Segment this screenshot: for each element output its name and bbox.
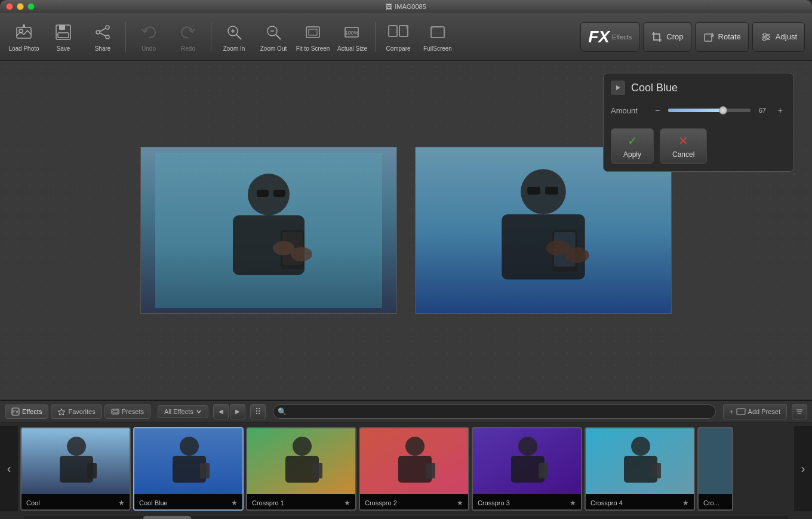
svg-point-32 [762,38,765,41]
grid-view-button[interactable]: ⠿ [250,404,266,419]
svg-line-10 [100,33,106,36]
cancel-button[interactable]: ✕ Cancel [660,128,707,164]
amount-slider[interactable] [668,109,751,112]
svg-rect-19 [309,29,317,35]
fullscreen-button[interactable]: FullScreen [419,16,457,58]
film-item-crosspro3-label: Crosspro 3 ★ [473,494,581,511]
crosspro3-star-icon[interactable]: ★ [570,499,576,507]
filmstrip-prev-button[interactable]: ‹ [0,426,18,511]
fullscreen-label: FullScreen [423,45,452,52]
svg-line-9 [100,29,106,32]
compare-icon: FX [387,21,409,43]
adjust-icon [760,31,772,43]
film-item-crosspro1[interactable]: Crosspro 1 ★ [246,427,356,511]
filmstrip: ‹ Cool ★ [0,422,812,515]
compare-label: Compare [386,45,410,52]
coolblue-photo-panel [415,147,672,314]
compare-button[interactable]: FX Compare [379,16,417,58]
slider-thumb[interactable] [719,106,727,115]
effect-actions: ✓ Apply ✕ Cancel [611,128,786,164]
load-photo-button[interactable]: Load Photo [5,16,43,58]
save-label: Save [57,45,70,52]
crosspro1-star-icon[interactable]: ★ [344,499,350,507]
search-wrap: 🔍 [273,404,716,419]
crosspro4-star-icon[interactable]: ★ [682,499,689,507]
undo-button[interactable]: Undo [130,16,168,58]
presets-icon [111,407,119,416]
chevron-down-icon [196,409,202,415]
zoom-in-button[interactable]: Zoom In [215,16,253,58]
svg-point-62 [67,437,86,456]
film-item-partial-preview [699,428,732,494]
amount-minus-button[interactable]: − [651,104,663,116]
next-arrow-button[interactable]: ▶ [230,404,245,419]
svg-rect-64 [87,463,97,478]
maximize-button[interactable] [27,3,35,10]
fx-effects-button[interactable]: FX Effects [580,22,639,52]
amount-plus-button[interactable]: + [774,104,786,116]
redo-button[interactable]: Redo [169,16,207,58]
svg-rect-68 [200,463,210,478]
all-effects-dropdown[interactable]: All Effects [158,405,208,418]
film-item-crosspro3[interactable]: Crosspro 3 ★ [472,427,582,511]
presets-tab[interactable]: Presets [104,404,150,419]
filmstrip-next-button[interactable]: › [794,426,812,511]
zoom-out-button[interactable]: Zoom Out [254,16,293,58]
rotate-button[interactable]: Rotate [695,22,749,52]
zoom-in-label: Zoom In [223,45,245,52]
effect-play-button[interactable] [611,81,625,95]
cancel-label: Cancel [672,150,694,159]
fit-to-screen-button[interactable]: Fit to Screen [294,16,332,58]
actual-size-button[interactable]: 100% Actual Size [333,16,371,58]
effects-tab-icon: FX [11,407,20,416]
crosspro2-star-icon[interactable]: ★ [457,499,463,507]
film-item-coolblue[interactable]: Cool Blue ★ [133,427,244,511]
save-button[interactable]: Save [44,16,82,58]
favorites-tab[interactable]: Favorites [51,404,102,419]
svg-point-8 [96,30,100,34]
separator-2 [211,22,211,52]
film-item-cool[interactable]: Cool ★ [20,427,131,511]
filter-button[interactable] [792,404,807,419]
film-cool-name: Cool [26,499,40,506]
cool-star-icon[interactable]: ★ [118,499,125,507]
apply-button[interactable]: ✓ Apply [611,128,654,164]
zoom-in-icon [223,21,245,43]
adjust-button[interactable]: Adjust [752,22,805,52]
fullscreen-icon [427,21,448,43]
svg-point-7 [106,35,109,39]
share-button[interactable]: Share [84,16,122,58]
prev-arrow-button[interactable]: ◀ [213,404,229,419]
adjust-label: Adjust [776,32,797,41]
film-item-crosspro3-preview [473,428,581,494]
plus-icon: + [730,408,733,415]
svg-text:FX: FX [406,24,409,30]
effects-tab-label: Effects [22,408,42,415]
close-button[interactable] [6,3,13,10]
film-item-partial[interactable]: Cro... [697,427,733,511]
scrollbar-thumb[interactable] [143,516,191,519]
svg-rect-45 [527,187,540,194]
presets-tab-label: Presets [122,408,144,415]
crop-button[interactable]: Crop [643,22,691,52]
load-photo-label: Load Photo [8,45,39,52]
svg-rect-80 [539,463,548,478]
search-input[interactable] [273,404,716,419]
film-partial-name: Cro... [703,499,719,506]
load-photo-icon [13,21,35,43]
coolblue-star-icon[interactable]: ★ [231,499,238,507]
minimize-button[interactable] [17,3,24,10]
film-item-crosspro2[interactable]: Crosspro 2 ★ [359,427,469,511]
film-item-coolblue-label: Cool Blue ★ [134,494,242,511]
svg-line-14 [236,35,241,39]
effect-title: Cool Blue [631,82,678,94]
svg-rect-4 [59,25,65,30]
svg-rect-84 [651,463,661,478]
svg-line-17 [276,35,281,39]
favorites-tab-label: Favorites [68,408,95,415]
add-preset-button[interactable]: + Add Preset [723,404,787,419]
actual-size-icon: 100% [342,21,363,43]
effects-tab[interactable]: FX Effects [5,404,48,419]
film-item-crosspro4[interactable]: Crosspro 4 ★ [585,427,695,511]
film-item-crosspro1-label: Crosspro 1 ★ [247,494,355,511]
